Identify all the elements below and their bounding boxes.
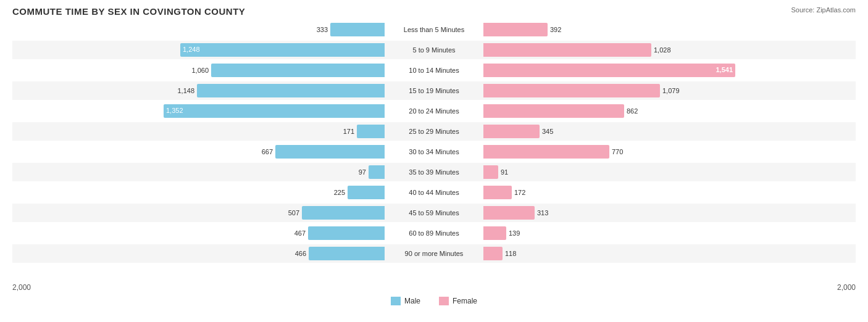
bar-row: 90 or more Minutes466118 (12, 244, 856, 263)
bar-row: 15 to 19 Minutes1,1481,079 (12, 81, 856, 100)
chart-title: COMMUTE TIME BY SEX IN COVINGTON COUNTY (12, 6, 856, 17)
male-bar (309, 247, 385, 260)
bar-category-label: 45 to 59 Minutes (385, 209, 483, 217)
male-bar (275, 145, 385, 159)
female-bar (483, 125, 540, 138)
male-bar-container: 333 (299, 23, 385, 36)
male-value: 333 (317, 26, 328, 33)
male-bar-container: 1,060 (180, 64, 385, 77)
female-bar-container: 313 (483, 206, 548, 220)
male-legend-label: Male (404, 297, 420, 305)
female-value: 91 (501, 168, 508, 176)
female-bar-container: 1,541 (483, 64, 735, 77)
male-bar (197, 84, 385, 97)
bar-row: 60 to 89 Minutes467139 (12, 224, 856, 242)
female-bar-container: 91 (483, 165, 508, 179)
bar-category-label: 40 to 44 Minutes (385, 189, 483, 196)
female-bar-container: 1,028 (483, 43, 671, 57)
bar-row: 10 to 14 Minutes1,0601,541 (12, 61, 856, 80)
female-legend-label: Female (453, 297, 477, 305)
bar-row: 40 to 44 Minutes225172 (12, 183, 856, 202)
male-bar-container: 466 (278, 247, 385, 260)
male-value: 1,148 (177, 87, 194, 94)
female-bar (483, 226, 506, 240)
female-bar (483, 23, 548, 36)
male-bar (330, 23, 385, 36)
male-value: 225 (334, 189, 345, 196)
female-value: 1,541 (716, 66, 733, 73)
female-bar (483, 43, 651, 57)
bar-category-label: 25 to 29 Minutes (385, 128, 483, 135)
axis-bottom: 2,000 2,000 (12, 281, 856, 294)
bar-row: 35 to 39 Minutes9791 (12, 163, 856, 181)
bars-area: Less than 5 Minutes3333925 to 9 Minutes1… (12, 20, 856, 279)
male-bar (369, 165, 385, 179)
bar-category-label: 10 to 14 Minutes (385, 67, 483, 74)
male-bar: 1,352 (164, 104, 385, 118)
bar-row: 25 to 29 Minutes171345 (12, 122, 856, 141)
male-bar: 1,248 (180, 43, 385, 57)
bar-row: 45 to 59 Minutes507313 (12, 204, 856, 222)
female-value: 1,079 (662, 87, 680, 94)
female-bar-container: 392 (483, 23, 561, 36)
male-bar (211, 64, 385, 77)
male-bar-container: 507 (271, 206, 385, 220)
male-value: 667 (262, 148, 273, 155)
female-bar (483, 186, 512, 199)
male-value: 466 (295, 250, 306, 257)
bar-category-label: 5 to 9 Minutes (385, 46, 483, 54)
axis-right-label: 2,000 (837, 283, 856, 292)
legend-female: Female (439, 297, 477, 305)
source-text: Source: ZipAtlas.com (791, 6, 856, 14)
female-value: 392 (550, 26, 561, 33)
male-value: 467 (294, 229, 306, 237)
bar-category-label: Less than 5 Minutes (385, 26, 483, 33)
female-value: 862 (627, 107, 638, 115)
male-value: 1,248 (183, 46, 200, 53)
male-bar-container: 667 (244, 145, 385, 159)
female-value: 770 (612, 148, 623, 155)
bar-category-label: 60 to 89 Minutes (385, 229, 483, 237)
legend: Male Female (12, 297, 856, 305)
male-value: 1,060 (191, 67, 209, 74)
female-bar (483, 84, 660, 97)
male-bar-container: 1,248 (149, 43, 385, 57)
male-value: 1,352 (166, 107, 183, 114)
male-bar-container: 1,148 (166, 84, 385, 97)
female-bar (483, 104, 624, 118)
female-bar-container: 172 (483, 186, 525, 199)
male-bar (308, 226, 385, 240)
male-legend-box (391, 297, 401, 305)
female-value: 1,028 (654, 46, 671, 54)
male-bar (348, 186, 385, 199)
female-value: 345 (542, 128, 553, 135)
female-bar-container: 770 (483, 145, 623, 159)
chart-container: COMMUTE TIME BY SEX IN COVINGTON COUNTY … (0, 0, 868, 322)
male-value: 507 (288, 209, 299, 217)
bar-category-label: 90 or more Minutes (385, 250, 483, 257)
female-value: 313 (537, 209, 548, 217)
female-value: 172 (514, 189, 525, 196)
male-value: 171 (343, 128, 354, 135)
male-bar-container: 225 (317, 186, 385, 199)
female-bar (483, 165, 498, 179)
male-bar (357, 125, 385, 138)
male-bar-container: 171 (326, 125, 385, 138)
bar-category-label: 35 to 39 Minutes (385, 168, 483, 176)
female-bar-container: 345 (483, 125, 553, 138)
male-bar-container: 467 (277, 226, 385, 240)
female-bar-container: 1,079 (483, 84, 680, 97)
axis-left-label: 2,000 (12, 283, 31, 292)
female-value: 118 (505, 250, 516, 257)
male-bar-container: 97 (338, 165, 385, 179)
male-value: 97 (359, 168, 366, 176)
female-bar (483, 145, 609, 159)
bar-row: 20 to 24 Minutes1,352862 (12, 102, 856, 120)
female-bar-container: 139 (483, 226, 520, 240)
female-bar (483, 206, 535, 220)
bar-category-label: 20 to 24 Minutes (385, 107, 483, 115)
bar-row: Less than 5 Minutes333392 (12, 20, 856, 39)
female-legend-box (439, 297, 449, 305)
bar-category-label: 15 to 19 Minutes (385, 87, 483, 94)
bar-row: 30 to 34 Minutes667770 (12, 142, 856, 161)
